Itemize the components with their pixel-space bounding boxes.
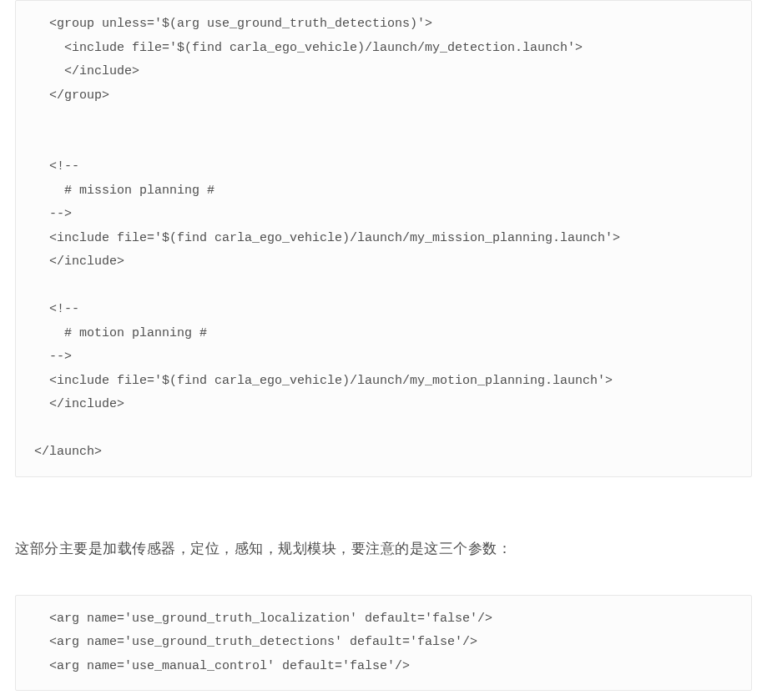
paragraph-description: 这部分主要是加载传感器，定位，感知，规划模块，要注意的是这三个参数： [15,536,752,562]
code-block-top: <group unless='$(arg use_ground_truth_de… [15,0,752,477]
code-block-bottom: <arg name='use_ground_truth_localization… [15,595,752,692]
